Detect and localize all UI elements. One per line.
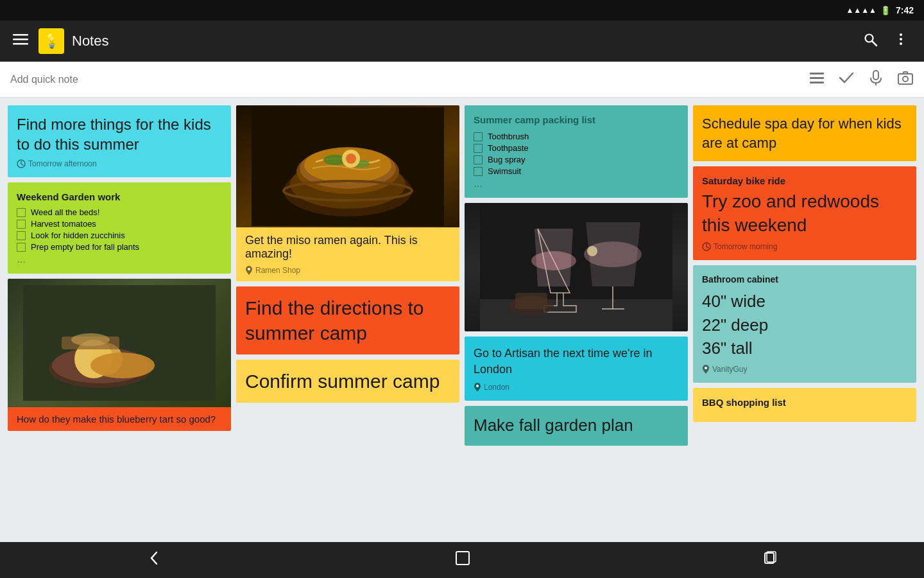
svg-marker-40 — [535, 229, 573, 286]
card-garden[interactable]: Weekend Garden work Weed all the beds! H… — [8, 182, 231, 274]
card-bathroom-title: Bathroom cabinet — [702, 274, 907, 285]
svg-rect-11 — [873, 71, 878, 80]
app-icon: 💡 — [38, 28, 64, 54]
checkbox — [474, 167, 483, 176]
recents-button[interactable] — [761, 549, 779, 571]
ramen-location: Ramen Shop — [245, 266, 450, 275]
card-food-photo[interactable]: How do they make this blueberry tart so … — [8, 279, 231, 431]
card-garden-title: Weekend Garden work — [17, 191, 222, 202]
ramen-svg — [252, 107, 444, 226]
more-options-button[interactable] — [888, 29, 914, 53]
back-button[interactable] — [145, 548, 164, 572]
checkbox — [474, 155, 483, 164]
notes-grid: Find more things for the kids to do this… — [0, 98, 924, 542]
column-1: Find more things for the kids to do this… — [8, 105, 231, 534]
checklist-item: Look for hidden zucchinis — [17, 231, 222, 240]
bathroom-location: VanityGuy — [702, 365, 907, 374]
card-bike[interactable]: Saturday bike ride Try zoo and redwoods … — [693, 166, 916, 260]
card-bike-timestamp: Tomorrow morning — [702, 242, 907, 251]
artisan-location: London — [474, 383, 679, 392]
status-bar: ▲▲▲▲ 🔋 7:42 — [0, 0, 924, 21]
card-confirm-camp-text: Confirm summer camp — [245, 369, 450, 394]
svg-rect-13 — [898, 74, 912, 84]
checklist-ellipsis: … — [17, 254, 222, 265]
checkbox — [17, 220, 26, 229]
card-bathroom-text: 40" wide22" deep36" tall — [702, 290, 907, 360]
food-caption: How do they make this blueberry tart so … — [8, 407, 231, 431]
checklist-item: Prep empty bed for fall plants — [17, 242, 222, 252]
svg-point-45 — [587, 246, 597, 256]
card-bike-text: Try zoo and redwoods this weekend — [702, 190, 907, 237]
svg-point-35 — [248, 268, 250, 270]
checklist-item: Bug spray — [474, 155, 679, 164]
svg-point-14 — [903, 76, 908, 82]
hamburger-button[interactable] — [10, 29, 31, 53]
ramen-caption-text: Get the miso ramen again. This is amazin… — [245, 234, 450, 261]
checkbox — [17, 231, 26, 240]
artisan-location-text: London — [484, 383, 509, 392]
food-caption-text: How do they make this blueberry tart so … — [17, 414, 222, 425]
ramen-location-text: Ramen Shop — [255, 266, 300, 275]
card-bbq[interactable]: BBQ shopping list — [693, 388, 916, 422]
checklist-item: Toothpaste — [474, 143, 679, 153]
battery-icon: 🔋 — [880, 6, 891, 15]
svg-rect-51 — [456, 552, 469, 565]
ramen-caption-block: Get the miso ramen again. This is amazin… — [236, 227, 459, 281]
checklist-item: Harvest tomatoes — [17, 219, 222, 229]
svg-point-7 — [900, 42, 902, 45]
cocktail-svg — [480, 203, 672, 331]
home-button[interactable] — [454, 549, 472, 571]
card-find-kids[interactable]: Find more things for the kids to do this… — [8, 105, 231, 177]
checkbox — [474, 132, 483, 141]
packing-ellipsis: … — [474, 179, 679, 189]
list-icon[interactable] — [809, 69, 825, 90]
mic-icon[interactable] — [868, 69, 884, 90]
bathroom-location-text: VanityGuy — [712, 365, 747, 374]
app-title: Notes — [72, 33, 850, 49]
card-find-kids-timestamp: Tomorrow afternoon — [17, 159, 222, 168]
card-fall-garden-text: Make fall garden plan — [474, 415, 679, 437]
checklist-item: Swimsuit — [474, 166, 679, 176]
svg-point-50 — [705, 367, 707, 369]
card-cocktail[interactable] — [465, 203, 688, 331]
svg-point-6 — [900, 38, 902, 40]
card-find-kids-text: Find more things for the kids to do this… — [17, 114, 222, 154]
svg-line-4 — [873, 42, 877, 46]
svg-rect-47 — [515, 293, 547, 309]
checklist-item: Toothbrush — [474, 132, 679, 141]
svg-point-48 — [476, 385, 479, 387]
status-icons: ▲▲▲▲ 🔋 — [846, 6, 891, 15]
signal-icon: ▲▲▲▲ — [846, 6, 877, 15]
card-bbq-title: BBQ shopping list — [702, 397, 907, 408]
app-bar: 💡 Notes — [0, 21, 924, 62]
card-bathroom[interactable]: Bathroom cabinet 40" wide22" deep36" tal… — [693, 265, 916, 383]
camera-icon[interactable] — [897, 69, 914, 90]
card-artisan[interactable]: Go to Artisan the next time we're in Lon… — [465, 337, 688, 401]
card-packing[interactable]: Summer camp packing list Toothbrush Toot… — [465, 105, 688, 198]
card-find-directions[interactable]: Find the directions to summer camp — [236, 286, 459, 355]
check-icon[interactable] — [838, 69, 855, 90]
card-find-directions-text: Find the directions to summer camp — [245, 295, 450, 346]
svg-rect-1 — [13, 39, 28, 40]
svg-point-33 — [346, 153, 356, 164]
quick-note-bar — [0, 62, 924, 98]
card-spa[interactable]: Schedule spa day for when kids are at ca… — [693, 105, 916, 161]
svg-rect-10 — [810, 82, 824, 83]
quick-note-actions — [809, 69, 914, 90]
ramen-photo — [236, 105, 459, 227]
card-ramen[interactable]: Get the miso ramen again. This is amazin… — [236, 105, 459, 281]
checkbox — [17, 243, 26, 252]
app-icon-emoji: 💡 — [43, 33, 60, 49]
status-time: 7:42 — [896, 5, 914, 15]
quick-note-input[interactable] — [10, 74, 803, 85]
svg-point-21 — [90, 353, 155, 378]
search-button[interactable] — [857, 29, 883, 53]
card-confirm-camp[interactable]: Confirm summer camp — [236, 360, 459, 403]
svg-point-5 — [900, 33, 902, 36]
card-fall-garden[interactable]: Make fall garden plan — [465, 406, 688, 446]
card-bike-time: Tomorrow morning — [714, 242, 777, 251]
app-bar-actions — [857, 29, 914, 53]
card-spa-text: Schedule spa day for when kids are at ca… — [702, 114, 907, 152]
card-artisan-text: Go to Artisan the next time we're in Lon… — [474, 346, 679, 378]
svg-rect-0 — [13, 34, 28, 36]
